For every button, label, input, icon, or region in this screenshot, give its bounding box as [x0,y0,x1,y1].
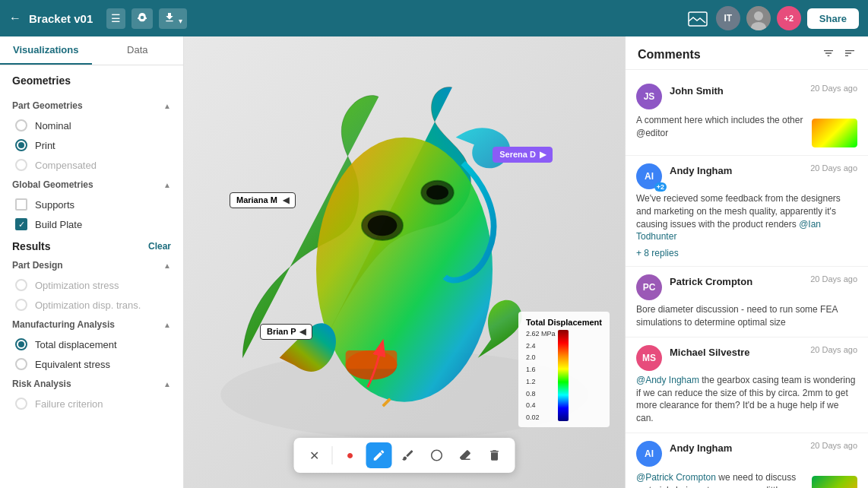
mention-link[interactable]: @Ian Todhunter [636,219,821,242]
global-geometries-label: Global Geometries [12,179,93,190]
part-design-header[interactable]: Part Design ▲ [0,255,183,275]
avatar-ms: MS [636,345,662,371]
opt-disp-radio[interactable] [15,299,27,311]
supports-checkbox[interactable] [15,198,27,211]
equiv-stress-radio[interactable] [15,358,27,370]
print-item[interactable]: Print [0,135,183,155]
comment-meta-2: Andy Ingham 20 Days ago [670,163,857,177]
header-icons: ☰ ▾ [106,8,187,29]
nominal-radio[interactable] [15,119,27,132]
thumbnail-image [812,119,857,147]
manufacturing-header[interactable]: Manufacturing Analysis ▲ [0,315,183,334]
filter-icon[interactable] [822,47,835,62]
sidebar-tabs: Visualizations Data [0,36,183,65]
thumbnail-image-2 [812,476,857,488]
svg-point-4 [316,138,493,402]
risk-analysis-header[interactable]: Risk Analysis ▲ [0,374,183,394]
build-plate-checkbox[interactable]: ✓ [15,218,27,230]
pen-tool[interactable] [395,442,421,468]
sort-icon[interactable] [844,47,856,62]
avatar-count[interactable]: +2 [777,6,801,30]
part-geometries-header[interactable]: Part Geometries ▲ [0,96,183,116]
annotation-mariana[interactable]: Mariana M ◀ [230,192,296,208]
clear-button[interactable]: Clear [148,241,171,252]
comment-time-3: 20 Days ago [810,274,857,284]
geometries-section: Geometries [0,65,183,96]
supports-item[interactable]: Supports [0,195,183,214]
download-button[interactable]: ▾ [159,8,187,29]
comment-john-smith: JS John Smith 20 Days ago A comment here… [626,76,868,156]
comment-top-3: PC Patrick Crompton 20 Days ago [636,274,857,300]
compensated-radio[interactable] [15,159,27,171]
print-radio[interactable] [15,139,27,151]
comment-thumbnail-2 [812,476,857,488]
compensated-item[interactable]: Compensated [0,155,183,175]
dot-tool[interactable]: ● [337,442,363,468]
pencil-tool[interactable] [366,442,392,468]
avatar-pc: PC [636,274,662,300]
chevron-up-icon-3: ▲ [163,261,171,270]
back-button[interactable]: ← [9,11,21,25]
supports-label: Supports [35,199,74,211]
compensated-label: Compensated [35,160,97,171]
optimization-disp-item[interactable]: Optimization disp. trans. [0,295,183,315]
equivalent-stress-item[interactable]: Equivalent stress [0,354,183,374]
comments-title: Comments [638,48,701,62]
avatar-photo[interactable] [746,6,771,30]
share-button[interactable]: Share [807,8,859,29]
results-title: Results [12,240,51,252]
optimization-stress-item[interactable]: Optimization stress [0,275,183,295]
build-plate-item[interactable]: ✓ Build Plate [0,214,183,234]
comment-time: 20 Days ago [810,84,857,93]
sidebar: Visualizations Data Geometries Part Geom… [0,36,184,488]
comments-header: Comments [626,36,868,70]
geometries-title: Geometries [12,74,171,87]
nominal-item[interactable]: Nominal [0,116,183,135]
delete-tool[interactable] [482,442,508,468]
close-tool[interactable]: ✕ [302,442,328,468]
comment-time-2: 20 Days ago [810,163,857,173]
comments-header-icons [822,47,856,62]
results-header: Results Clear [0,234,183,255]
annotation-serena[interactable]: Serena D ▶ [493,147,553,163]
replies-count[interactable]: + 8 replies [636,248,857,258]
opt-stress-radio[interactable] [15,279,27,291]
comment-andy-ingham-2: AI Andy Ingham 20 Days ago @Patrick Crom… [626,433,868,488]
header-right: IT +2 Share [686,6,859,30]
comment-body-4: @Andy Ingham the gearbox casing team is … [636,374,857,425]
annotation-brian[interactable]: Brian P ◀ [260,324,312,340]
commenter-name-3: Patrick Crompton [670,276,752,287]
opt-disp-label: Optimization disp. trans. [35,299,141,311]
drawing-toolbar: ✕ ● [294,438,515,473]
tab-data[interactable]: Data [92,36,184,65]
main-content: Visualizations Data Geometries Part Geom… [0,36,868,488]
failure-criterion-item[interactable]: Failure criterion [0,394,183,414]
svg-rect-10 [346,350,398,369]
viewport[interactable]: Mariana M ◀ Serena D ▶ Brian P ◀ Total D… [184,36,625,488]
commenter-name-2: Andy Ingham [670,165,732,176]
shape-tool[interactable] [424,442,450,468]
erase-tool[interactable] [453,442,479,468]
commenter-name-5: Andy Ingham [670,442,732,454]
avatar-it[interactable]: IT [716,6,740,30]
failure-radio[interactable] [15,398,27,410]
gallery-icon[interactable] [686,6,710,30]
part-design-label: Part Design [12,260,63,271]
toolbar-divider [332,446,333,464]
comment-body-5: @Patrick Crompton we need to discuss mat… [636,471,806,488]
global-geometries-header[interactable]: Global Geometries ▲ [0,175,183,195]
list-view-button[interactable]: ☰ [106,8,125,29]
mention-link-3[interactable]: @Patrick Crompton [636,472,716,483]
camera-button[interactable] [131,8,153,29]
comments-panel: Comments JS John Smith 20 Days ago [625,36,868,488]
comment-with-thumb-2: @Patrick Crompton we need to discuss mat… [636,471,857,488]
failure-label: Failure criterion [35,398,103,410]
legend-labels-left: 2.62 MPa 2.4 2.0 1.6 1.2 0.8 0.4 0.02 [526,330,556,421]
avatar-js: JS [636,84,662,109]
total-disp-radio[interactable] [15,338,27,350]
mention-link-2[interactable]: @Andy Ingham [636,375,699,385]
part-geometries-label: Part Geometries [12,100,83,111]
commenter-name-4: Michael Silvestre [670,347,750,358]
tab-visualizations[interactable]: Visualizations [0,36,92,65]
total-displacement-item[interactable]: Total displacement [0,334,183,354]
